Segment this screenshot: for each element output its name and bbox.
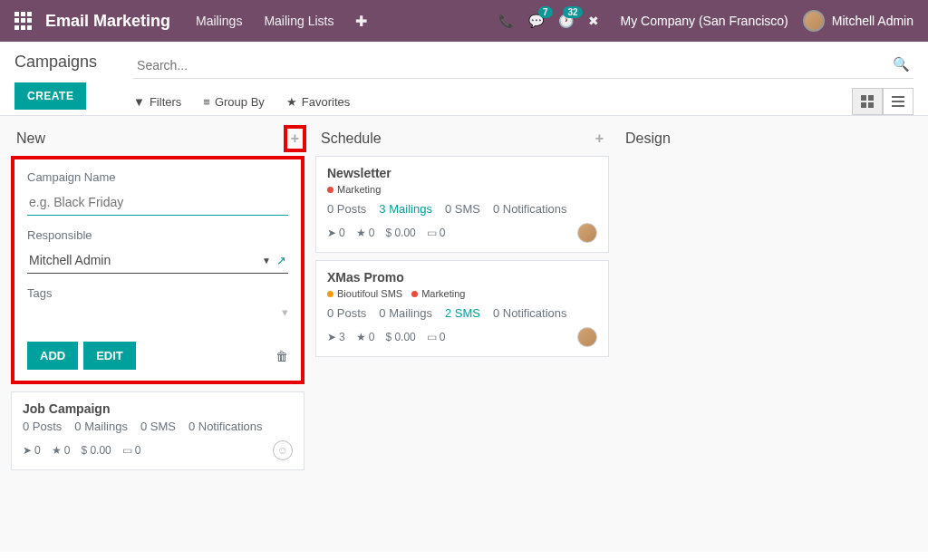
user-avatar[interactable] — [803, 10, 825, 32]
cost-label: $ 0.00 — [81, 444, 111, 457]
svg-rect-3 — [868, 102, 874, 108]
tag-dot-icon — [327, 291, 334, 297]
tag-dot-icon — [411, 291, 418, 297]
responsible-value: Mitchell Admin — [29, 253, 256, 267]
clicks-icon[interactable]: ➤ 3 — [327, 331, 345, 343]
column-title[interactable]: Schedule — [321, 130, 382, 147]
activities-icon[interactable]: 🕐32 — [558, 14, 574, 28]
svg-rect-6 — [892, 105, 904, 107]
list-view-icon — [892, 95, 904, 108]
activities-badge: 32 — [563, 6, 582, 18]
column-add-button[interactable]: + — [291, 130, 299, 147]
field-label-name: Campaign Name — [27, 170, 288, 184]
owner-avatar[interactable] — [577, 327, 597, 347]
groupby-dropdown[interactable]: ≡Group By — [203, 95, 265, 109]
phone-icon[interactable]: 📞 — [498, 14, 514, 28]
nav-mailings[interactable]: Mailings — [196, 14, 242, 28]
external-link-icon[interactable]: ↗ — [276, 254, 286, 267]
svg-rect-1 — [868, 95, 874, 101]
stat-sms[interactable]: 2 SMS — [445, 306, 480, 320]
card-job-campaign[interactable]: Job Campaign 0 Posts 0 Mailings 0 SMS 0 … — [11, 391, 304, 470]
stat-mailings[interactable]: 3 Mailings — [379, 202, 432, 216]
wrench-icon[interactable]: ✖ — [588, 14, 599, 28]
nav-add-icon[interactable]: ✚ — [355, 13, 367, 30]
tags-input[interactable]: ▾ — [27, 305, 288, 331]
owner-avatar[interactable] — [577, 223, 597, 243]
cost-label: $ 0.00 — [385, 331, 415, 343]
nav-mailing-lists[interactable]: Mailing Lists — [264, 14, 334, 28]
priority-icon[interactable]: ★ 0 — [52, 444, 71, 457]
priority-icon[interactable]: ★ 0 — [356, 227, 375, 239]
tag-marketing: Marketing — [327, 184, 381, 195]
stat-posts[interactable]: 0 Posts — [327, 306, 366, 320]
stat-notifications[interactable]: 0 Notifications — [493, 306, 567, 320]
svg-rect-2 — [861, 102, 866, 108]
kanban-icon — [861, 95, 874, 108]
revenue-icon[interactable]: ▭ 0 — [122, 444, 141, 457]
messages-badge: 7 — [538, 6, 553, 18]
stat-notifications[interactable]: 0 Notifications — [188, 420, 263, 433]
topbar: Email Marketing Mailings Mailing Lists ✚… — [0, 0, 928, 42]
svg-rect-5 — [892, 101, 904, 102]
stat-mailings[interactable]: 0 Mailings — [379, 306, 432, 320]
create-button[interactable]: CREATE — [14, 82, 86, 110]
search-icon[interactable]: 🔍 — [893, 56, 910, 72]
tag-marketing: Marketing — [411, 288, 465, 299]
card-title: Job Campaign — [23, 401, 293, 416]
svg-rect-4 — [892, 96, 904, 98]
discard-icon[interactable]: 🗑 — [276, 349, 288, 363]
cost-label: $ 0.00 — [385, 227, 415, 239]
brand[interactable]: Email Marketing — [45, 12, 170, 31]
kanban-board: New + Campaign Name Responsible Mitchell… — [0, 115, 928, 552]
column-design: Design — [614, 125, 919, 543]
column-title[interactable]: Design — [625, 130, 671, 147]
clicks-icon[interactable]: ➤ 0 — [23, 444, 41, 457]
stat-notifications[interactable]: 0 Notifications — [493, 202, 567, 216]
tag-dot-icon — [327, 187, 334, 193]
card-newsletter[interactable]: Newsletter Marketing 0 Posts 3 Mailings … — [315, 156, 609, 253]
search-input[interactable] — [133, 53, 914, 79]
quick-create-form: Campaign Name Responsible Mitchell Admin… — [11, 156, 304, 384]
clicks-icon[interactable]: ➤ 0 — [327, 227, 345, 239]
column-schedule: Schedule + Newsletter Marketing 0 Posts … — [310, 125, 614, 543]
kanban-view-button[interactable] — [852, 88, 883, 115]
control-bar: Campaigns CREATE 🔍 ▼Filters ≡Group By ★F… — [0, 42, 928, 115]
funnel-icon: ▼ — [133, 95, 145, 109]
user-menu[interactable]: Mitchell Admin — [832, 14, 914, 28]
apps-icon[interactable] — [14, 12, 33, 30]
card-xmas-promo[interactable]: XMas Promo Bioutifoul SMS Marketing 0 Po… — [315, 260, 609, 357]
column-new: New + Campaign Name Responsible Mitchell… — [5, 125, 310, 543]
messages-icon[interactable]: 💬7 — [528, 14, 544, 28]
filters-dropdown[interactable]: ▼Filters — [133, 95, 181, 109]
field-label-responsible: Responsible — [27, 228, 288, 242]
list-view-button[interactable] — [883, 88, 914, 115]
stat-posts[interactable]: 0 Posts — [23, 420, 62, 433]
card-title: XMas Promo — [327, 270, 597, 285]
edit-button[interactable]: EDIT — [83, 342, 136, 370]
responsible-select[interactable]: Mitchell Admin ▼ ↗ — [27, 247, 288, 274]
stat-sms[interactable]: 0 SMS — [445, 202, 480, 216]
star-icon: ★ — [286, 95, 297, 109]
column-add-button[interactable]: + — [595, 130, 604, 147]
svg-rect-0 — [861, 95, 866, 101]
priority-icon[interactable]: ★ 0 — [356, 331, 375, 343]
stat-sms[interactable]: 0 SMS — [140, 420, 176, 433]
tag-bioutifoul-sms: Bioutifoul SMS — [327, 288, 402, 299]
card-title: Newsletter — [327, 166, 597, 180]
activity-icon[interactable]: ☺ — [273, 440, 293, 460]
revenue-icon[interactable]: ▭ 0 — [427, 227, 446, 239]
column-title[interactable]: New — [16, 130, 45, 147]
breadcrumb-title[interactable]: Campaigns — [14, 53, 97, 72]
stat-mailings[interactable]: 0 Mailings — [74, 420, 128, 433]
stat-posts[interactable]: 0 Posts — [327, 202, 366, 216]
favorites-dropdown[interactable]: ★Favorites — [286, 95, 350, 109]
revenue-icon[interactable]: ▭ 0 — [427, 331, 446, 343]
company-selector[interactable]: My Company (San Francisco) — [621, 14, 788, 28]
campaign-name-input[interactable] — [27, 189, 288, 216]
add-button[interactable]: ADD — [27, 342, 78, 370]
chevron-down-icon: ▼ — [262, 256, 271, 266]
list-icon: ≡ — [203, 95, 210, 109]
field-label-tags: Tags — [27, 286, 288, 300]
